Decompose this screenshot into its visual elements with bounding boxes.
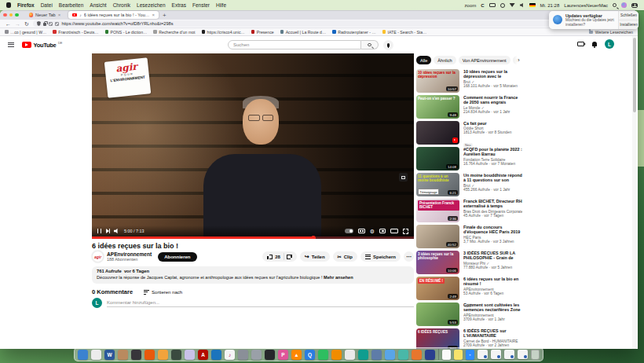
tab-close-icon[interactable]: ×	[152, 13, 155, 17]
dock-word-icon[interactable]: W	[104, 350, 115, 360]
dock-blue-circle-app-icon[interactable]	[425, 350, 435, 360]
subtitles-button[interactable]	[358, 229, 365, 234]
reload-button[interactable]: ↻	[24, 21, 29, 27]
dock-pink-p-icon[interactable]: P	[278, 350, 288, 360]
dock-book-icon[interactable]	[331, 350, 342, 360]
suggestion-thumbnail[interactable]: 3 idées reçues sur la philosophie10:06	[416, 251, 459, 274]
dock-window-3-icon[interactable]	[504, 350, 514, 359]
volume-button[interactable]	[114, 229, 119, 234]
dock-camera-icon[interactable]	[238, 350, 248, 360]
apple-icon[interactable]	[6, 2, 11, 8]
dock-teal-app-icon[interactable]	[358, 350, 368, 360]
next-video-button[interactable]	[106, 229, 109, 233]
video-player[interactable]: agir POUR L'ENVIRONNEMENT 5:00 / 7:13 ⚙	[92, 53, 414, 239]
save-button[interactable]: Speichern	[360, 251, 401, 262]
create-video-icon[interactable]	[577, 42, 584, 46]
zoom-status-item[interactable]: zoom	[465, 3, 477, 8]
dock-stickies-icon[interactable]	[454, 350, 463, 360]
show-more-link[interactable]: Mehr ansehen	[324, 275, 353, 280]
dock-window-1-icon[interactable]	[478, 350, 488, 359]
more-bookmarks-button[interactable]: Weitere Lesezeichen	[589, 30, 633, 35]
like-icon[interactable]	[267, 255, 272, 259]
suggestion-thumbnail[interactable]: Peut-on s'en passer ?9:48	[416, 95, 459, 119]
subscribe-button[interactable]: Abonnieren	[158, 252, 196, 262]
guide-menu-icon[interactable]	[8, 42, 14, 47]
menubar-user[interactable]: LaurencesNeuerMac	[564, 3, 608, 8]
bookmark-item[interactable]: Französisch - Deuts…	[53, 30, 98, 35]
menubar-menu-fenster[interactable]: Fenster	[192, 2, 210, 8]
clip-button[interactable]: ✂ Clip	[333, 251, 357, 262]
settings-gear-icon[interactable]: ⚙	[370, 229, 375, 234]
suggestion-thumbnail[interactable]: 6 IDÉES REÇUES3:02	[416, 328, 459, 349]
dock-thunderbird-icon[interactable]	[211, 350, 221, 360]
menubar-clock[interactable]: Mi. 21:28	[540, 3, 560, 8]
filter-chip[interactable]: Ähnlich	[434, 56, 456, 64]
time-machine-icon[interactable]	[500, 3, 505, 8]
menubar-menu-datei[interactable]: Datei	[41, 2, 53, 8]
zoom-c-icon[interactable]: C	[481, 3, 484, 8]
tab-close-icon[interactable]: ×	[58, 13, 61, 17]
window-zoom-button[interactable]	[15, 13, 19, 17]
volume-icon[interactable]	[520, 3, 525, 8]
dock-dark-green-app-icon[interactable]	[171, 350, 181, 360]
tab-new-tab[interactable]: Neuer Tab ×	[25, 11, 65, 19]
menubar-menu-extras[interactable]: Extras	[172, 2, 186, 8]
player-cards-icon[interactable]	[399, 173, 408, 182]
dock-evernote-icon[interactable]	[318, 350, 328, 360]
dock-photos-icon[interactable]	[91, 350, 101, 360]
menubar-menu-lesezeichen[interactable]: Lesezeichen	[137, 2, 166, 8]
dock-color-wheel-icon[interactable]	[185, 350, 195, 360]
tab-audio-icon[interactable]: ♪	[79, 13, 82, 17]
bookmark-item[interactable]: https://crisco4.unic…	[202, 30, 245, 35]
suggestion-item[interactable]: Présentation Franck BICHET2:36Franck BIC…	[416, 199, 522, 222]
spotlight-icon[interactable]	[613, 3, 617, 7]
search-button[interactable]	[361, 40, 379, 50]
sort-comments-button[interactable]: Sortieren nach	[144, 290, 182, 295]
wifi-icon[interactable]	[510, 3, 515, 7]
dock-window-2-icon[interactable]	[491, 350, 501, 359]
autoplay-toggle[interactable]	[345, 229, 353, 233]
menubar-menu-ansicht[interactable]: Ansicht	[90, 2, 106, 8]
suggestion-thumbnail[interactable]: Présentation Franck BICHET2:36	[416, 199, 459, 222]
bookmark-item[interactable]: Accueil | La Route d…	[280, 30, 327, 35]
keyboard-layout-german-flag-icon[interactable]	[529, 3, 536, 8]
dock-quicktime-icon[interactable]: Q	[305, 350, 315, 360]
dock-orange-app-icon[interactable]	[158, 350, 168, 360]
window-minimize-button[interactable]	[9, 13, 13, 17]
chips-scroll-arrow[interactable]: ›	[514, 56, 523, 64]
dock-folder-teal-icon[interactable]	[398, 350, 408, 360]
dock-launchpad-icon[interactable]	[251, 350, 262, 360]
dock-window-4-icon[interactable]	[518, 350, 528, 359]
bookmark-item[interactable]: PONS - Le diction…	[105, 30, 148, 35]
bookmark-item[interactable]: IATE - Search - Sta…	[382, 30, 427, 35]
dock-chrome-icon[interactable]	[345, 350, 355, 360]
share-button[interactable]: ↪ Teilen	[300, 251, 330, 262]
menubar-menu-hilfe[interactable]: Hilfe	[216, 2, 226, 8]
camera-permission-icon[interactable]	[49, 22, 53, 26]
dock-grid-app-icon[interactable]	[412, 350, 422, 360]
menubar-menu-firefox[interactable]: Firefox	[17, 2, 35, 8]
display-icon[interactable]	[489, 3, 496, 7]
siri-icon[interactable]	[621, 2, 627, 8]
dock-vlc-icon[interactable]: ▲	[291, 350, 302, 360]
account-avatar[interactable]: L	[605, 39, 614, 49]
bookmark-item[interactable]: Radroutenplaner - …	[332, 30, 375, 35]
dock-finder-icon[interactable]	[78, 350, 88, 360]
suggestion-thumbnail[interactable]: 10 idées reçues sur la dépression10:57	[416, 69, 459, 93]
url-text[interactable]: https://www.youtube.com/watch?v=ofD8rYRL…	[61, 21, 604, 26]
dock-trash-icon[interactable]	[531, 350, 540, 360]
dislike-icon[interactable]	[287, 255, 292, 259]
bookmark-item[interactable]: Presence	[251, 30, 274, 35]
forward-button[interactable]: →	[15, 21, 20, 27]
filter-chip[interactable]: Alle	[416, 56, 431, 64]
bookmark-item[interactable]: Recherche d'un mot	[153, 30, 195, 35]
lock-icon[interactable]	[43, 23, 47, 26]
search-input[interactable]	[228, 40, 361, 50]
description-box[interactable]: 761 Aufrufe vor 6 Tagen Découvrez la rép…	[92, 266, 414, 284]
bookmark-item[interactable]: …co | gesund | W…	[5, 30, 46, 35]
channel-avatar[interactable]: agir	[92, 251, 104, 262]
tab-youtube-active[interactable]: ♪ 6 idées reçues sur la bio ! - You… ×	[68, 11, 159, 19]
suggestion-thumbnail[interactable]: EN RÉSUMÉ !2:49	[416, 277, 459, 300]
new-tab-button[interactable]: +	[163, 12, 166, 19]
mic-permission-icon[interactable]	[55, 22, 59, 26]
